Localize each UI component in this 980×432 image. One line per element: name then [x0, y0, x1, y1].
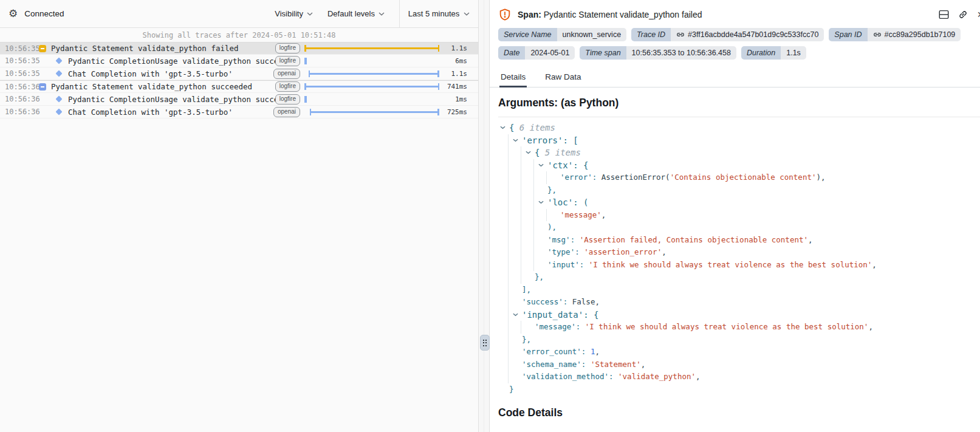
visibility-dropdown[interactable]: Visibility	[275, 9, 313, 18]
trace-row[interactable]: 10:56:36Pydantic CompletionUsage validat…	[0, 93, 478, 106]
close-icon[interactable]: ✕	[977, 10, 980, 19]
trace-timestamp: 10:56:36	[5, 95, 39, 103]
tab-details[interactable]: Details	[499, 68, 527, 87]
badge-value: 10:56:35.353 to 10:56:36.458	[626, 46, 736, 60]
badge-value[interactable]: #cc89a295db1b7109	[868, 28, 961, 41]
code-line: },	[499, 334, 980, 346]
span-diamond-icon	[56, 71, 68, 76]
traces-toolbar: ⚙ Connected Visibility Default levels La…	[0, 0, 478, 28]
trace-label: Chat Completion with 'gpt-3.5-turbo'	[68, 69, 273, 78]
indent-guide	[508, 196, 521, 209]
badge-value: 2024-05-01	[525, 46, 575, 60]
panel-resize-handle[interactable]	[480, 335, 490, 351]
arguments-code-viewer: { 6 items'errors': [{ 5 items'ctx': {'er…	[498, 117, 980, 398]
code-line: 'error': AssertionError('Contains object…	[499, 171, 980, 184]
trace-label: Pydantic Statement validate_python succe…	[51, 82, 275, 91]
badge-label: Trace ID	[631, 28, 671, 41]
collapse-toggle-icon[interactable]	[39, 83, 51, 91]
scope-badge: logfire	[275, 94, 300, 105]
duration-bar	[304, 58, 307, 64]
permalink-icon[interactable]	[958, 9, 968, 20]
connection-status: Connected	[24, 9, 64, 18]
indent-guide	[521, 321, 533, 334]
trace-label: Pydantic CompletionUsage validate_python…	[68, 57, 275, 66]
chevron-down-icon	[379, 12, 385, 16]
indent-guide	[521, 271, 533, 284]
expand-chevron-icon[interactable]	[537, 196, 545, 209]
trace-row[interactable]: 10:56:36Chat Completion with 'gpt-3.5-tu…	[0, 106, 478, 118]
indent-guide	[533, 259, 546, 272]
expand-chevron-icon[interactable]	[512, 134, 519, 147]
indent-guide	[533, 209, 546, 222]
code-details-heading: Code Details	[490, 406, 980, 419]
expand-chevron-icon[interactable]	[499, 122, 507, 134]
trace-timestamp: 10:56:35	[5, 69, 39, 78]
panel-divider[interactable]	[479, 0, 490, 432]
indent-guide	[521, 209, 533, 222]
attribute-badge: Span ID#cc89a295db1b7109	[829, 28, 961, 41]
expand-chevron-icon[interactable]	[537, 159, 545, 172]
code-line: 'loc': (	[499, 196, 980, 209]
span-title-text: Pydantic Statement validate_python faile…	[544, 10, 702, 19]
badge-label: Service Name	[498, 28, 557, 41]
code-line: 'ctx': {	[499, 159, 980, 172]
badge-value[interactable]: #3ff16acbdde4a547b01d9c9c533fcc70	[671, 28, 824, 41]
span-header: Span: Pydantic Statement validate_python…	[490, 0, 980, 28]
indent-guide	[533, 234, 546, 247]
settings-gear-icon[interactable]: ⚙	[9, 9, 18, 19]
trace-timestamp: 10:56:35	[5, 57, 39, 65]
duration-label: 1.1s	[439, 44, 467, 52]
attribute-badge: Time span10:56:35.353 to 10:56:36.458	[580, 46, 736, 60]
code-line: 'message',	[499, 209, 980, 222]
indent-guide	[546, 171, 559, 184]
trace-rows: 10:56:35Pydantic Statement validate_pyth…	[0, 42, 478, 118]
badge-value: 1.1s	[781, 46, 806, 60]
code-line: },	[499, 184, 980, 197]
chevron-down-icon	[307, 12, 313, 16]
code-line: 'schema_name': 'Statement',	[499, 358, 980, 371]
indent-guide	[533, 171, 546, 184]
collapse-toggle-icon[interactable]	[39, 45, 51, 52]
trace-row[interactable]: 10:56:35Chat Completion with 'gpt-3.5-tu…	[0, 67, 478, 80]
trace-row[interactable]: 10:56:36Pydantic Statement validate_pyth…	[0, 80, 478, 93]
indent-guide	[508, 334, 521, 346]
code-line: 'message': 'I think we should always tre…	[499, 321, 980, 334]
indent-guide	[521, 259, 533, 272]
expand-chevron-icon[interactable]	[512, 309, 519, 321]
trace-row[interactable]: 10:56:35Pydantic CompletionUsage validat…	[0, 55, 478, 67]
trace-timestamp: 10:56:36	[5, 83, 39, 91]
span-details-panel: Span: Pydantic Statement validate_python…	[490, 0, 980, 432]
traces-panel: ⚙ Connected Visibility Default levels La…	[0, 0, 479, 432]
indent-guide	[508, 284, 521, 297]
expand-chevron-icon[interactable]	[524, 146, 532, 159]
scope-badge: logfire	[275, 43, 300, 53]
trace-label: Chat Completion with 'gpt-3.5-turbo'	[68, 108, 273, 117]
indent-guide	[508, 296, 521, 309]
indent-guide	[521, 184, 533, 197]
attribute-badge: Service Nameunknown_service	[498, 28, 626, 41]
trace-row[interactable]: 10:56:35Pydantic Statement validate_pyth…	[0, 42, 478, 55]
indent-guide	[546, 209, 559, 222]
badges-row-1: Service Nameunknown_serviceTrace ID#3ff1…	[490, 28, 980, 41]
code-line: 'error_count': 1,	[499, 346, 980, 358]
detail-tabs: Details Raw Data	[490, 68, 980, 87]
duration-bar	[304, 47, 439, 49]
indent-guide	[533, 221, 546, 234]
duration-label: 725ms	[439, 108, 467, 116]
trace-label: Pydantic Statement validate_python faile…	[51, 44, 275, 53]
tab-raw-data[interactable]: Raw Data	[544, 68, 582, 87]
code-line: 'validation_method': 'validate_python',	[499, 371, 980, 383]
duration-bar-track	[304, 93, 439, 106]
indent-guide	[508, 159, 521, 172]
indent-guide	[508, 346, 521, 358]
code-line: 'success': False,	[499, 296, 980, 309]
code-line: 'input': 'I think we should always treat…	[499, 259, 980, 272]
arguments-heading: Arguments: (as Python)	[490, 97, 980, 109]
indent-guide	[521, 221, 533, 234]
toggle-panel-layout-icon[interactable]	[939, 10, 949, 19]
time-range-label: Last 5 minutes	[408, 9, 460, 18]
span-diamond-icon	[56, 97, 68, 101]
duration-label: 6ms	[439, 57, 467, 65]
default-levels-dropdown[interactable]: Default levels	[327, 9, 385, 18]
time-range-dropdown[interactable]: Last 5 minutes	[399, 0, 478, 27]
